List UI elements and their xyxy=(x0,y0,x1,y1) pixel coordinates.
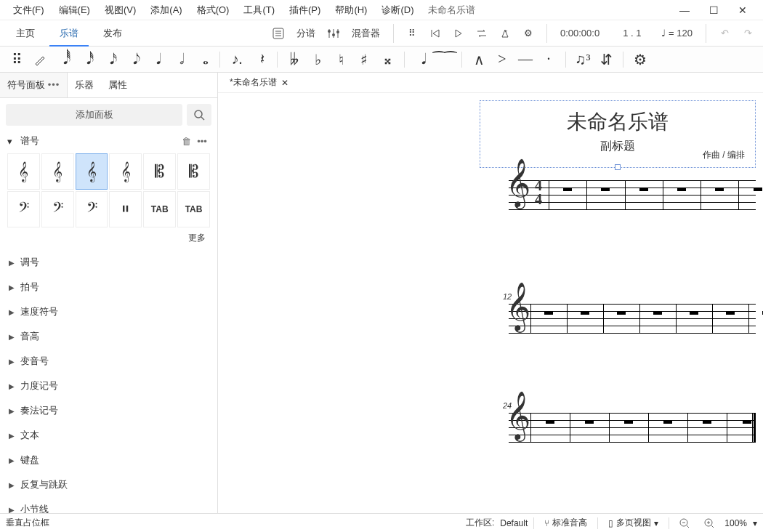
duration-half[interactable]: 𝅗𝅥 xyxy=(169,49,190,70)
clef-treble-8vb[interactable]: 𝄞 xyxy=(41,153,74,190)
cat-keyboard[interactable]: ▶键盘 xyxy=(0,448,217,472)
menu-file[interactable]: 文件(F) xyxy=(6,1,52,20)
accidental-natural[interactable]: ♮ xyxy=(330,49,352,70)
cat-accidentals[interactable]: ▶变音号 xyxy=(0,349,217,374)
menu-diagnostics[interactable]: 诊断(D) xyxy=(374,1,421,20)
menu-format[interactable]: 格式(O) xyxy=(190,1,237,20)
clef-tab-4[interactable]: TAB xyxy=(177,191,210,227)
accidental-doubleflat[interactable]: 𝄫 xyxy=(283,49,305,70)
cat-articulations[interactable]: ▶奏法记号 xyxy=(0,398,217,423)
parts-label[interactable]: 分谱 xyxy=(292,27,320,40)
clef-bass-8va[interactable]: 𝄢 xyxy=(76,191,108,227)
clef-treble-8va[interactable]: 𝄞 xyxy=(76,153,108,190)
cat-barlines[interactable]: ▶小节线 xyxy=(0,497,217,513)
cat-text[interactable]: ▶文本 xyxy=(0,423,217,448)
tab-home[interactable]: 主页 xyxy=(6,20,45,47)
duration-64th[interactable]: 𝅘𝅥𝅱 xyxy=(52,49,74,70)
cat-repeats[interactable]: ▶反复与跳跃 xyxy=(0,472,217,497)
more-icon[interactable]: ••• xyxy=(48,79,60,90)
more-icon[interactable]: ••• xyxy=(194,136,210,147)
redo-button[interactable]: ↷ xyxy=(738,24,757,43)
grip-icon[interactable]: ⠿ xyxy=(6,49,28,70)
duration-8th[interactable]: 𝅘𝅥𝅮 xyxy=(122,49,144,70)
composer-text[interactable]: 作曲 / 编排 xyxy=(703,149,745,161)
staccato-button[interactable]: · xyxy=(538,49,560,70)
score-canvas[interactable]: 未命名乐谱 副标题 作曲 / 编排 𝄞 44 12 𝄞 xyxy=(218,93,763,513)
add-panel-button[interactable]: 添加面板 xyxy=(6,104,182,126)
clef-treble-15[interactable]: 𝄞 xyxy=(109,153,142,190)
search-button[interactable] xyxy=(187,104,211,126)
accidental-flat[interactable]: ♭ xyxy=(307,49,328,70)
staff-system-1[interactable]: 𝄞 44 xyxy=(480,180,756,209)
mixer-label[interactable]: 混音器 xyxy=(347,27,384,40)
accidental-doublesharp[interactable]: 𝄪 xyxy=(376,49,398,70)
zoom-out-button[interactable] xyxy=(675,518,694,528)
menu-plugins[interactable]: 插件(P) xyxy=(282,1,328,20)
tab-score[interactable]: 乐谱 xyxy=(49,20,89,47)
accidental-sharp[interactable]: ♯ xyxy=(353,49,375,70)
mixer-icon[interactable] xyxy=(324,24,343,43)
close-tab-icon[interactable]: ✕ xyxy=(281,78,288,88)
staff-system-3[interactable]: 24 𝄞 xyxy=(480,413,756,442)
rest-button[interactable]: 𝄽 xyxy=(249,49,271,70)
tempo-display[interactable]: ♩ = 120 xyxy=(657,28,697,39)
staff-system-2[interactable]: 12 𝄞 xyxy=(480,304,756,333)
clef-bass[interactable]: 𝄢 xyxy=(7,191,40,227)
tenuto-button[interactable]: — xyxy=(514,49,536,70)
tie-button[interactable]: 𝅘𝅥 xyxy=(411,49,432,70)
loop-button[interactable] xyxy=(472,24,491,43)
delete-icon[interactable]: 🗑 xyxy=(178,136,194,147)
menu-tools[interactable]: 工具(T) xyxy=(236,1,282,20)
metronome-button[interactable] xyxy=(496,24,514,43)
duration-quarter[interactable]: 𝅘𝅥 xyxy=(145,49,167,70)
cat-key-sig[interactable]: ▶调号 xyxy=(0,250,217,275)
cat-time-sig[interactable]: ▶拍号 xyxy=(0,275,217,299)
clef-treble[interactable]: 𝄞 xyxy=(7,153,40,190)
flip-button[interactable]: ⇵ xyxy=(595,49,617,70)
marcato-button[interactable]: ∧ xyxy=(468,49,490,70)
clef-percussion[interactable]: 𝄥 xyxy=(109,191,142,227)
clef-alto[interactable]: 𝄡 xyxy=(143,153,176,190)
cat-tempo[interactable]: ▶速度符号 xyxy=(0,299,217,324)
chevron-down-icon[interactable]: ▾ xyxy=(753,518,757,528)
menu-help[interactable]: 帮助(H) xyxy=(328,1,374,20)
workspace-value[interactable]: Default xyxy=(500,518,528,528)
duration-16th[interactable]: 𝅘𝅥𝅯 xyxy=(99,49,121,70)
minimize-button[interactable]: — xyxy=(670,1,699,19)
clef-tab[interactable]: TAB xyxy=(143,191,176,227)
cat-dynamics[interactable]: ▶力度记号 xyxy=(0,374,217,398)
menu-view[interactable]: 视图(V) xyxy=(97,1,143,20)
zoom-in-button[interactable] xyxy=(700,518,719,528)
dot-button[interactable]: ♪. xyxy=(226,49,248,70)
tab-publish[interactable]: 发布 xyxy=(93,20,132,47)
time-signature[interactable]: 44 xyxy=(535,179,542,206)
accent-button[interactable]: > xyxy=(491,49,513,70)
cat-pitch[interactable]: ▶音高 xyxy=(0,324,217,349)
sidebar-tab-palette[interactable]: 符号面板 ••• xyxy=(0,73,68,97)
score-title[interactable]: 未命名乐谱 xyxy=(485,108,751,136)
slur-button[interactable]: ⁀⁀ xyxy=(434,49,456,70)
clef-bass-8vb[interactable]: 𝄢 xyxy=(41,191,74,227)
menu-edit[interactable]: 编辑(E) xyxy=(52,1,97,20)
duration-32nd[interactable]: 𝅘𝅥𝅰 xyxy=(76,49,97,70)
drag-handle-icon[interactable]: ⠿ xyxy=(403,24,421,43)
clef-section-header[interactable]: ▾ 谱号 🗑 ••• xyxy=(0,132,217,150)
clef-tenor[interactable]: 𝄡 xyxy=(177,153,210,190)
view-mode-dropdown[interactable]: ▯多页视图 ▾ xyxy=(604,517,663,529)
frame-handle[interactable] xyxy=(615,164,621,170)
more-clefs-button[interactable]: 更多 xyxy=(0,230,217,250)
rewind-button[interactable] xyxy=(426,24,445,43)
sidebar-tab-properties[interactable]: 属性 xyxy=(101,73,134,97)
playback-settings-button[interactable]: ⚙ xyxy=(519,24,538,43)
title-frame[interactable]: 未命名乐谱 副标题 作曲 / 编排 xyxy=(480,100,756,168)
play-button[interactable] xyxy=(449,24,468,43)
note-input-button[interactable] xyxy=(29,49,51,70)
concert-pitch-toggle[interactable]: ⑂标准音高 xyxy=(540,517,592,529)
menu-add[interactable]: 添加(A) xyxy=(143,1,189,20)
toolbar-settings-button[interactable]: ⚙ xyxy=(629,49,651,70)
parts-icon[interactable] xyxy=(269,24,288,43)
close-button[interactable]: ✕ xyxy=(728,1,757,19)
undo-button[interactable]: ↶ xyxy=(715,24,734,43)
tuplet-button[interactable]: ♫³ xyxy=(572,49,594,70)
zoom-value[interactable]: 100% xyxy=(724,518,747,528)
